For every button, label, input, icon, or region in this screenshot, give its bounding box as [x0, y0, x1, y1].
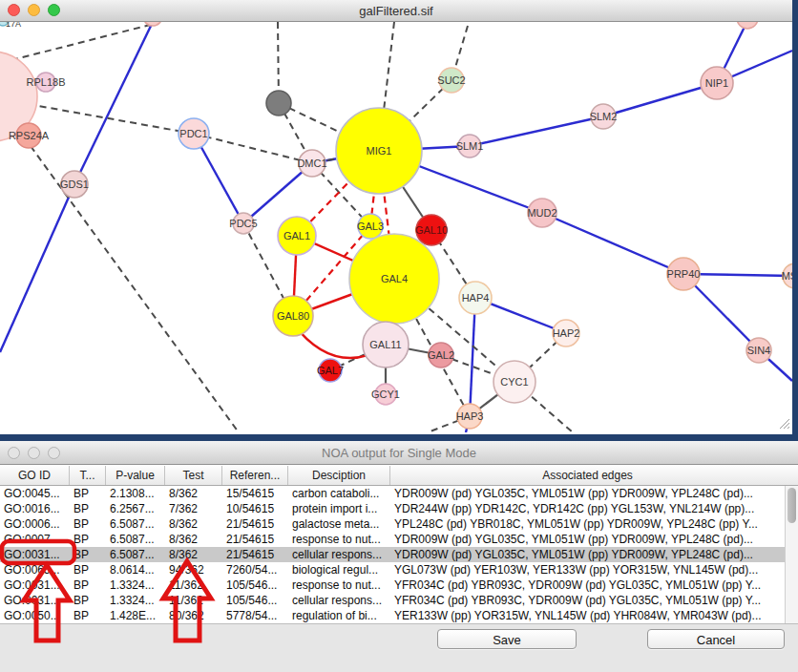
close-button-inactive[interactable] — [8, 447, 20, 459]
node-label-SUC2: SUC2 — [437, 74, 465, 86]
cell-edges: YDR009W (pd) YGL035C, YML051W (pp) YDR00… — [390, 532, 771, 547]
partial-node-label: 17A — [6, 22, 21, 29]
scrollbar-thumb[interactable] — [788, 488, 796, 523]
cell-ref: 105/546... — [222, 578, 288, 593]
node-label-SLM2: SLM2 — [590, 111, 618, 122]
cell-p: 8.0614... — [106, 562, 165, 578]
cell-ref: 7260/54... — [222, 562, 288, 578]
node-label-HAP2: HAP2 — [553, 327, 580, 339]
resize-grip-icon[interactable] — [778, 417, 790, 430]
cell-test: 8/362 — [165, 547, 222, 562]
cell-test: 11/362 — [165, 593, 222, 608]
window-title: NOA output for Single Mode — [322, 446, 476, 460]
cell-ref: 105/546... — [222, 593, 288, 608]
cell-ref: 21/54615 — [222, 532, 288, 547]
cell-type: BP — [70, 593, 106, 608]
cell-type: BP — [70, 578, 106, 593]
table-row[interactable]: GO:0045...BP2.1308...8/36215/54615carbon… — [0, 486, 798, 501]
node-label-SLM1: SLM1 — [456, 140, 484, 152]
cell-test: 8/362 — [165, 516, 222, 532]
network-titlebar[interactable]: galFiltered.sif — [0, 0, 792, 22]
cell-type: BP — [70, 547, 106, 562]
column-header-edges[interactable]: Associated edges — [390, 466, 785, 485]
column-header-p[interactable]: P-value — [106, 466, 165, 485]
noa-output-window: NOA output for Single Mode GO IDT...P-va… — [0, 441, 798, 672]
node-label-RPL18B: RPL18B — [27, 76, 66, 88]
column-header-test[interactable]: Test — [165, 466, 222, 485]
cell-test: 8/362 — [165, 532, 222, 547]
node-label-GAL7: GAL7 — [317, 365, 344, 376]
node-label-GAL1: GAL1 — [284, 230, 310, 242]
node-gray-node[interactable] — [266, 91, 291, 116]
table-scrollbar[interactable] — [785, 486, 798, 623]
table-row[interactable]: GO:0006...BP6.5087...8/36221/54615galact… — [0, 516, 798, 532]
noa-titlebar[interactable]: NOA output for Single Mode — [0, 441, 798, 465]
network-edge — [74, 22, 153, 184]
cell-p: 1.428E... — [106, 608, 165, 623]
node-top-right-pink-partial[interactable] — [737, 22, 758, 29]
table-row[interactable]: GO:0031...BP1.3324...11/362105/546...res… — [0, 578, 798, 593]
cell-go: GO:0031... — [0, 578, 70, 593]
table-row[interactable]: GO:0007...BP6.5087...8/36221/54615respon… — [0, 532, 798, 547]
node-label-CYC1: CYC1 — [500, 376, 528, 388]
minimize-button-inactive[interactable] — [28, 447, 40, 459]
cell-desc: carbon cataboli... — [288, 486, 390, 501]
cell-type: BP — [70, 608, 106, 623]
node-label-HAP3: HAP3 — [456, 410, 484, 422]
cell-ref: 10/54615 — [222, 501, 288, 516]
node-label-SIN4: SIN4 — [747, 345, 770, 356]
cell-go: GO:0016... — [0, 501, 70, 516]
zoom-button[interactable] — [48, 4, 60, 16]
cell-type: BP — [70, 532, 106, 547]
cell-desc: cellular respons... — [288, 547, 390, 562]
cell-type: BP — [70, 501, 106, 516]
cell-go: GO:0031... — [0, 547, 70, 562]
zoom-button-inactive[interactable] — [48, 447, 60, 459]
network-canvas[interactable]: RPL18BRPS24AGDS1PDC1PDC5DMC1MIG1SUC2SLM1… — [0, 22, 792, 432]
node-label-GDS1: GDS1 — [60, 178, 89, 190]
desktop: { "network_window": { "title": "galFilte… — [0, 0, 798, 672]
node-label-GAL2: GAL2 — [428, 349, 454, 361]
cell-edges: YFR034C (pd) YBR093C, YDR009W (pd) YGL03… — [390, 578, 771, 593]
cell-type: BP — [70, 516, 106, 532]
cell-test: 11/362 — [165, 578, 222, 593]
cell-desc: regulation of bi... — [288, 608, 390, 623]
cell-type: BP — [70, 562, 106, 578]
cell-p: 2.1308... — [106, 486, 165, 501]
network-edge — [603, 83, 717, 116]
table-row[interactable]: GO:0016...BP6.2567...7/36210/54615protei… — [0, 501, 798, 516]
node-label-PDC5: PDC5 — [229, 218, 257, 229]
network-edge — [542, 213, 683, 274]
save-button[interactable]: Save — [437, 629, 577, 649]
column-header-ref[interactable]: Referen... — [222, 466, 288, 485]
node-label-RPS24A: RPS24A — [9, 130, 50, 141]
node-label-MIG1: MIG1 — [367, 145, 392, 157]
cell-test: 94/362 — [165, 562, 222, 578]
cell-test: 8/362 — [165, 486, 222, 501]
cell-edges: YDR244W (pp) YDR142C, YDR142C (pp) YGL15… — [390, 501, 771, 516]
cell-ref: 5778/54... — [222, 608, 288, 623]
minimize-button[interactable] — [28, 4, 40, 16]
cell-edges: YGL073W (pd) YER103W, YER133W (pp) YOR31… — [390, 562, 771, 578]
cell-edges: YER133W (pp) YOR315W, YNL145W (pd) YHR08… — [390, 608, 771, 623]
cell-go: GO:0006... — [0, 516, 70, 532]
cancel-button[interactable]: Cancel — [647, 629, 785, 649]
column-header-desc[interactable]: Desciption — [288, 466, 390, 485]
table-row[interactable]: GO:0031...BP1.3324...11/362105/546...cel… — [0, 593, 798, 608]
node-label-HAP4: HAP4 — [462, 292, 490, 304]
cell-edges: YDR009W (pd) YGL035C, YML051W (pp) YDR00… — [390, 486, 771, 501]
cell-p: 1.3324... — [106, 593, 165, 608]
column-header-go[interactable]: GO ID — [0, 466, 70, 485]
network-graph: RPL18BRPS24AGDS1PDC1PDC5DMC1MIG1SUC2SLM1… — [0, 22, 792, 432]
table-row[interactable]: GO:0050...BP1.428E...80/3625778/54...reg… — [0, 608, 798, 623]
cell-p: 1.3324... — [106, 578, 165, 593]
node-label-PRP40: PRP40 — [667, 268, 701, 280]
table-header: GO IDT...P-valueTestReferen...Desciption… — [0, 465, 798, 486]
close-button[interactable] — [8, 4, 20, 16]
table-row[interactable]: GO:0031...BP6.5087...8/36221/54615cellul… — [0, 547, 798, 562]
network-edge — [0, 184, 74, 352]
table-row[interactable]: GO:0065...BP8.0614...94/3627260/54...bio… — [0, 562, 798, 578]
cell-ref: 21/54615 — [222, 547, 288, 562]
column-header-type[interactable]: T... — [70, 466, 106, 485]
cell-p: 6.5087... — [106, 532, 165, 547]
